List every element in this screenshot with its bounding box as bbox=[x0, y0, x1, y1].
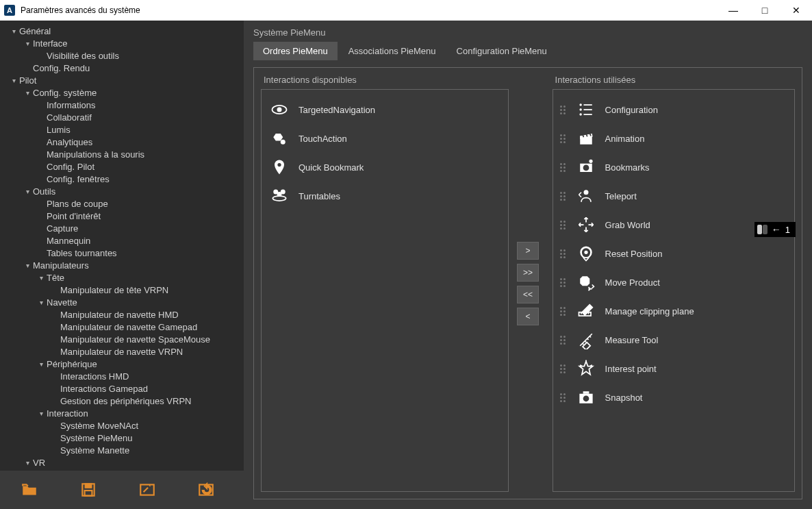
drag-handle-icon[interactable] bbox=[560, 249, 567, 258]
target-icon bbox=[268, 99, 290, 121]
remove-all-button[interactable]: << bbox=[517, 286, 539, 303]
tree-item[interactable]: Interactions HMD bbox=[0, 370, 244, 382]
tree-item[interactable]: Point d'intérêt bbox=[0, 210, 244, 222]
list-item[interactable]: Turntables bbox=[264, 182, 505, 210]
tab[interactable]: Configuration PieMenu bbox=[447, 42, 557, 60]
tree-item[interactable]: Analytiques bbox=[0, 136, 244, 148]
tree-item[interactable]: Gestion des périphériques VRPN bbox=[0, 395, 244, 407]
tree-item[interactable]: Manipulateur de navette SpaceMouse bbox=[0, 333, 244, 345]
list-item[interactable]: Reset Position bbox=[556, 239, 791, 268]
drag-handle-icon[interactable] bbox=[560, 134, 567, 143]
wand-button[interactable] bbox=[118, 471, 177, 509]
sidebar-toolbar bbox=[0, 471, 244, 509]
used-list[interactable]: ConfigurationAnimationBookmarksTeleportG… bbox=[553, 89, 795, 492]
list-item[interactable]: Interest point bbox=[556, 354, 791, 383]
tree-item[interactable]: Visibilité des outils bbox=[0, 49, 244, 62]
settings-tree[interactable]: ▾Général▾InterfaceVisibilité des outilsC… bbox=[0, 21, 244, 471]
drag-handle-icon[interactable] bbox=[560, 278, 567, 287]
pin-circle-icon bbox=[575, 243, 597, 264]
tab[interactable]: Ordres PieMenu bbox=[253, 42, 338, 60]
tree-item[interactable]: ▾VR bbox=[0, 456, 244, 469]
tree-item[interactable]: ▾Interface bbox=[0, 37, 244, 49]
tree-item[interactable]: Informations bbox=[0, 99, 244, 111]
add-button[interactable]: > bbox=[517, 242, 539, 260]
drag-handle-icon[interactable] bbox=[560, 105, 567, 114]
list-item[interactable]: Manage clipping plane bbox=[556, 297, 791, 325]
tree-item[interactable]: ▾Général bbox=[0, 25, 244, 37]
list-icon bbox=[575, 99, 597, 121]
tree-item[interactable]: Interactions Gamepad bbox=[0, 382, 244, 395]
svg-rect-3 bbox=[140, 484, 154, 495]
list-item[interactable]: Teleport bbox=[556, 182, 791, 210]
tree-item[interactable]: ▾Tête bbox=[0, 271, 244, 284]
drag-handle-icon[interactable] bbox=[560, 307, 567, 316]
list-item[interactable]: Configuration bbox=[556, 95, 791, 124]
tree-item[interactable]: Manipulateur de navette VRPN bbox=[0, 345, 244, 358]
tree-item[interactable]: Lumis bbox=[0, 123, 244, 136]
tree-item[interactable]: Système PieMenu bbox=[0, 432, 244, 444]
list-item[interactable]: Move Product bbox=[556, 268, 791, 297]
maximize-button[interactable]: □ bbox=[749, 0, 781, 21]
tree-item[interactable]: Mannequin bbox=[0, 234, 244, 247]
tree-item[interactable]: Manipulations à la souris bbox=[0, 148, 244, 160]
pin-icon bbox=[268, 156, 290, 178]
teleport-icon bbox=[575, 185, 597, 207]
tree-item[interactable]: Capture bbox=[0, 222, 244, 234]
tree-item[interactable]: ▾Config. système bbox=[0, 86, 244, 99]
close-button[interactable]: ✕ bbox=[781, 0, 812, 21]
save-button[interactable] bbox=[59, 471, 118, 509]
tree-item[interactable]: Config. Pilot bbox=[0, 160, 244, 173]
drag-handle-icon[interactable] bbox=[560, 163, 567, 172]
svg-point-8 bbox=[277, 163, 281, 166]
list-item[interactable]: TouchAction bbox=[264, 124, 505, 153]
drag-handle-icon[interactable] bbox=[560, 336, 567, 345]
list-item[interactable]: Snapshot bbox=[556, 383, 791, 412]
tree-item[interactable]: ▾Outils bbox=[0, 185, 244, 197]
used-panel: Interactions utilisées ConfigurationAnim… bbox=[546, 68, 802, 499]
tree-item[interactable]: ▾Interaction bbox=[0, 407, 244, 419]
tree-item[interactable]: Plans de coupe bbox=[0, 197, 244, 210]
drag-handle-icon[interactable] bbox=[560, 221, 567, 229]
tree-item[interactable]: ▾Périphérique bbox=[0, 358, 244, 370]
list-item-label: Snapshot bbox=[605, 393, 643, 403]
controller-badge: ← 1 bbox=[754, 222, 796, 237]
remove-button[interactable]: < bbox=[517, 308, 539, 325]
touch-icon bbox=[268, 127, 290, 149]
list-item[interactable]: Animation bbox=[556, 124, 791, 153]
tree-item[interactable]: Manipulateur de tête VRPN bbox=[0, 284, 244, 296]
tree-item[interactable]: Collaboratif bbox=[0, 111, 244, 123]
list-item-label: TargetedNavigation bbox=[299, 105, 375, 115]
list-item-label: Measure Tool bbox=[605, 335, 659, 345]
cube-move-icon bbox=[575, 271, 597, 293]
tree-item[interactable]: Manipulateur de navette HMD bbox=[0, 308, 244, 321]
tree-item[interactable]: ▾Navette bbox=[0, 296, 244, 308]
list-item[interactable]: Measure Tool bbox=[556, 325, 791, 354]
app-icon: A bbox=[4, 5, 15, 16]
drag-handle-icon[interactable] bbox=[560, 192, 567, 201]
list-item[interactable]: TargetedNavigation bbox=[264, 95, 505, 124]
tree-item[interactable]: Manipulateur de navette Gamepad bbox=[0, 321, 244, 333]
list-item-label: Quick Bookmark bbox=[299, 162, 364, 173]
tree-item[interactable]: ▾Pilot bbox=[0, 74, 244, 86]
reload-button[interactable] bbox=[177, 471, 236, 509]
available-list[interactable]: TargetedNavigationTouchActionQuick Bookm… bbox=[261, 89, 509, 492]
tree-item[interactable]: ▾Manipulateurs bbox=[0, 259, 244, 271]
list-item[interactable]: Quick Bookmark bbox=[264, 153, 505, 182]
tab[interactable]: Associations PieMenu bbox=[339, 42, 446, 60]
tree-item[interactable]: Config. Rendu bbox=[0, 62, 244, 74]
tree-item[interactable]: Système MoveNAct bbox=[0, 419, 244, 432]
svg-point-12 bbox=[277, 193, 281, 196]
ruler-pen-icon bbox=[575, 300, 597, 322]
add-all-button[interactable]: >> bbox=[517, 264, 539, 282]
tree-item[interactable]: Tables tournantes bbox=[0, 247, 244, 259]
drag-handle-icon[interactable] bbox=[560, 393, 567, 402]
tree-item[interactable]: Config. fenêtres bbox=[0, 173, 244, 185]
drag-handle-icon[interactable] bbox=[560, 364, 567, 373]
ruler-icon bbox=[575, 329, 597, 351]
open-button[interactable] bbox=[0, 471, 59, 509]
minimize-button[interactable]: — bbox=[718, 0, 749, 21]
list-item[interactable]: Bookmarks bbox=[556, 153, 791, 182]
star-icon bbox=[575, 358, 597, 380]
joycon-icon bbox=[757, 225, 767, 234]
tree-item[interactable]: Système Manette bbox=[0, 444, 244, 456]
